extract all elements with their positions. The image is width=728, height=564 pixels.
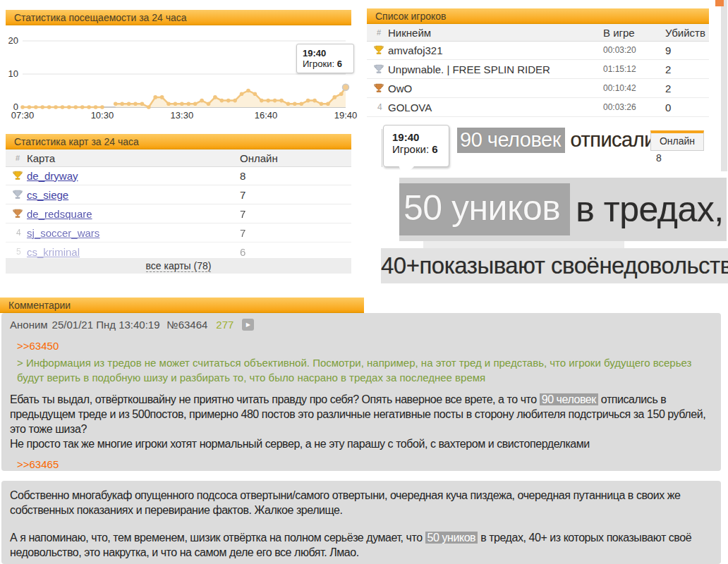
x-axis-tick-label: 19:40 [330,110,361,121]
post-datetime: 25/01/21 Пнд 13:40:19 [52,319,160,331]
maps-footer: все карты (78) [6,258,351,274]
bronze-trophy-icon [374,83,384,93]
player-time: 00:03:26 [603,102,665,112]
expand-icon[interactable]: ▶ [242,319,254,331]
player-row: OwO00:10:422 [367,79,709,98]
pasted-orange-fragment [715,0,724,6]
y-axis-tick-label: 10 [0,68,18,79]
player-nickname: GOLOVA [388,102,603,114]
map-column-header: Карта [27,152,240,164]
post-quote: > Информация из тредов не может считатьс… [17,356,715,385]
map-online: 6 [240,246,351,258]
online-column-header: Онлайн [240,152,351,164]
rank-column-header: # [367,28,388,37]
map-online: 7 [240,208,351,220]
player-time: 00:10:42 [603,83,665,93]
player-rank [367,64,388,74]
player-nickname: Unpwnable. | FREE SPLIN RIDER [388,63,603,75]
visits-chart[interactable]: 19:40 Игроки: 6 0102007:3010:3013:3016:4… [0,28,364,127]
map-rank [6,171,27,180]
pasted-fragment-notch [423,241,624,248]
traffic-panel-header: Статистика посещаемости за 24 часа [6,10,351,25]
reply-link[interactable]: >>63450 [17,340,59,352]
pasted-tooltip-pointer [396,166,415,177]
kills-column-header: Убийств [665,27,709,39]
map-rank [6,209,27,219]
highlight-90-people: 90 человек [540,393,598,405]
comments-header: Комментарии [0,298,364,313]
comments-title: Комментарии [8,300,71,311]
page: Статистика посещаемости за 24 часа 19:40… [0,0,728,564]
player-nickname: OwO [388,82,603,94]
maps-table-body: de_dryway8cs_siege7de_redsquare74sj_socc… [6,166,351,262]
player-time: 00:03:20 [603,45,665,55]
highlight-50-uniques: 50 уников [425,532,478,544]
reply-link[interactable]: >>63465 [17,458,59,470]
map-row: de_dryway8 [6,166,351,185]
pasted-scroll-strip [721,0,727,171]
post-body: Ебать ты выдал, отвёрткошвайну не приятн… [10,392,715,451]
x-axis-tick-label: 13:30 [166,110,198,121]
map-online: 7 [240,189,351,201]
post-header: Аноним 25/01/21 Пнд 13:40:19 №63464 277 … [10,319,714,331]
pasted-text-40-plus: 40+показывают своёнедовольство, [381,248,728,283]
map-rank: 4 [6,228,27,238]
player-nickname: amvafoj321 [388,44,603,56]
player-rank [367,45,388,55]
maps-panel-title: Статистика карт за 24 часа [14,136,139,147]
players-panel-title: Список игроков [375,11,446,22]
highlighted-50-uniques: 50 уников [399,183,570,235]
pasted-text-90-people: 90 человек отписались [457,128,675,152]
maps-panel-header: Статистика карт за 24 часа [6,134,351,149]
nick-column-header: Никнейм [388,27,603,39]
player-row: 4GOLOVA00:03:260 [367,98,709,117]
map-link[interactable]: de_dryway [27,170,78,182]
player-rank [367,83,388,93]
rank-column-header: # [6,154,27,162]
map-row: de_redsquare7 [6,204,351,223]
map-link[interactable]: sj_soccer_wars [27,227,99,239]
player-rank: 4 [367,102,388,112]
map-link[interactable]: cs_kriminal [27,246,80,258]
fragment-edge-line [382,129,382,167]
maps-table-header: # Карта Онлайн [6,149,351,167]
players-panel-header: Список игроков [367,8,709,24]
post-body: Собственно многабукаф опущенного подсоса… [10,488,715,560]
time-column-header: В игре [603,27,665,39]
map-link[interactable]: de_redsquare [27,208,92,220]
highlighted-90-people: 90 человек [457,128,565,153]
silver-trophy-icon [13,190,23,200]
player-row: amvafoj32100:03:209 [367,41,709,60]
traffic-panel-title: Статистика посещаемости за 24 часа [14,12,187,23]
map-rank [6,190,27,200]
comment-post-1: Аноним 25/01/21 Пнд 13:40:19 №63464 277 … [1,313,721,471]
map-row: cs_siege7 [6,185,351,204]
x-axis-tick-label: 07:30 [7,110,38,121]
player-row: Unpwnable. | FREE SPLIN RIDER01:15:122 [367,60,709,79]
all-maps-link[interactable]: все карты (78) [146,260,212,272]
post-count: 277 [216,319,233,331]
bronze-trophy-icon [13,209,23,219]
pasted-online-count: 8 [656,152,662,164]
gold-trophy-icon [13,171,23,180]
player-kills: 2 [665,63,709,75]
player-kills: 9 [665,44,709,56]
pasted-tooltip-time: 19:40 [392,131,449,143]
player-kills: 2 [665,82,709,94]
comment-post-2: Собственно многабукаф опущенного подсоса… [1,481,721,564]
map-row: 4sj_soccer_wars7 [6,223,351,243]
pasted-tooltip-players: Игроки: 6 [392,143,449,155]
x-axis-tick-label: 10:30 [87,110,118,121]
post-number: №63464 [167,319,208,331]
pasted-tooltip-fragment: 19:40 Игроки: 6 [383,125,449,167]
players-table-header: # Никнейм В игре Убийств [367,24,709,42]
chart-tooltip: 19:40 Игроки: 6 [296,44,354,73]
x-axis-tick-label: 16:40 [250,110,281,121]
map-link[interactable]: cs_siege [27,189,68,201]
silver-trophy-icon [374,64,384,74]
tooltip-players: Игроки: 6 [303,59,348,69]
player-kills: 0 [665,102,709,114]
player-time: 01:15:12 [603,64,665,74]
post-author: Аноним [10,319,48,331]
map-online: 8 [240,170,351,182]
